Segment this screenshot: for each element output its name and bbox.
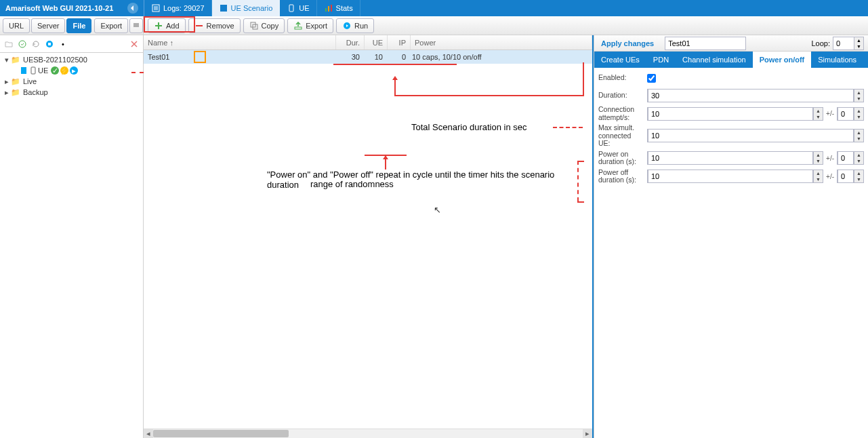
tree-root-label: UESB-2021102500 — [23, 56, 87, 64]
poff-spinner[interactable]: ▲▼ — [647, 170, 823, 183]
capps-input[interactable] — [648, 107, 813, 121]
close-file-icon[interactable] — [129, 39, 139, 49]
folder-open-icon[interactable] — [4, 39, 14, 49]
server-button[interactable]: Server — [31, 18, 65, 33]
file-button[interactable]: File — [66, 18, 91, 33]
scroll-left-icon[interactable]: ◂ — [144, 429, 153, 438]
annotation-arrow-line — [394, 77, 396, 96]
spin-down-icon[interactable]: ▼ — [854, 114, 863, 120]
save-icon[interactable] — [18, 39, 27, 49]
chevron-right-icon[interactable]: ▸ — [3, 88, 11, 97]
spin-up-icon[interactable]: ▲ — [813, 170, 823, 176]
tab-logs[interactable]: Logs: 29027 — [144, 0, 212, 16]
duration-spinner[interactable]: ▲▼ — [647, 89, 864, 102]
spin-up-icon[interactable]: ▲ — [854, 37, 863, 43]
tree-ue-row[interactable]: UE ✓ ⚡ ▸ — [0, 65, 143, 76]
pon-pm-input[interactable] — [838, 151, 854, 165]
scroll-right-icon[interactable]: ▸ — [583, 429, 592, 438]
spin-down-icon[interactable]: ▼ — [854, 158, 863, 164]
loop-spinner[interactable]: ▲▼ — [833, 37, 864, 50]
spin-down-icon[interactable]: ▼ — [854, 96, 863, 102]
remove-button[interactable]: Remove — [188, 18, 241, 33]
status-ok-icon: ✓ — [51, 66, 59, 75]
capps-pm-input[interactable] — [838, 107, 854, 121]
tab-ue-label: UE — [299, 4, 309, 12]
sidebar-menu-button[interactable] — [129, 18, 143, 33]
spin-up-icon[interactable]: ▲ — [854, 108, 863, 114]
col-name[interactable]: Name ↑ — [144, 35, 336, 49]
main-export-button[interactable]: Export — [287, 18, 333, 33]
scroll-thumb[interactable] — [153, 430, 289, 437]
main-toolbar: Add Remove Copy Export Run — [144, 16, 868, 35]
capps-label: Connection attempt/s: — [598, 106, 647, 121]
run-button[interactable]: Run — [336, 18, 374, 33]
chevron-right-icon[interactable]: ▸ — [3, 77, 11, 86]
poff-pm-spinner[interactable]: ▲▼ — [837, 170, 864, 183]
copy-button[interactable]: Copy — [243, 18, 285, 33]
spin-up-icon[interactable]: ▲ — [813, 152, 823, 158]
tab-ue[interactable]: UE — [280, 0, 316, 16]
spin-down-icon[interactable]: ▼ — [854, 176, 863, 182]
scenario-name-input[interactable] — [665, 37, 746, 50]
add-button[interactable]: Add — [148, 18, 186, 33]
pon-pm-spinner[interactable]: ▲▼ — [837, 151, 864, 165]
apply-label: Apply changes — [601, 39, 654, 47]
capps-pm-spinner[interactable]: ▲▼ — [837, 107, 864, 121]
spin-down-icon[interactable]: ▼ — [813, 176, 823, 182]
refresh-icon[interactable] — [31, 39, 41, 49]
capps-spinner[interactable]: ▲▼ — [647, 107, 823, 121]
sim-icon — [19, 66, 28, 75]
tab-stats[interactable]: Stats — [317, 0, 360, 16]
pon-spinner[interactable]: ▲▼ — [647, 151, 823, 165]
grid-horizontal-scrollbar[interactable]: ◂ ▸ — [144, 429, 592, 438]
spin-up-icon[interactable]: ▲ — [813, 108, 823, 114]
main-tabs: Logs: 29027 UE Scenario UE Stats — [144, 0, 360, 16]
spin-down-icon[interactable]: ▼ — [813, 158, 823, 164]
loop-input[interactable] — [833, 37, 854, 49]
spin-down-icon[interactable]: ▼ — [854, 43, 863, 49]
url-button[interactable]: URL — [3, 18, 30, 33]
rp-tab-power[interactable]: Power on/off — [753, 52, 812, 68]
stop-icon[interactable] — [45, 39, 54, 49]
maxue-input[interactable] — [648, 129, 854, 142]
maxue-spinner[interactable]: ▲▼ — [647, 129, 864, 142]
col-ip[interactable]: IP — [388, 35, 411, 49]
duration-input[interactable] — [648, 89, 854, 102]
pon-input[interactable] — [648, 151, 813, 165]
row-ip: 0 — [402, 53, 406, 61]
maxue-label: Max simult. connected UE: — [598, 124, 647, 148]
apply-changes-button[interactable]: Apply changes — [594, 35, 661, 52]
col-dur[interactable]: Dur. — [336, 35, 365, 49]
app-title: Amarisoft Web GUI 2021-10-21 — [5, 4, 127, 12]
spin-up-icon[interactable]: ▲ — [854, 170, 863, 176]
tree-live-row[interactable]: ▸ 📁 Live — [0, 76, 143, 87]
rp-tab-create[interactable]: Create UEs — [594, 52, 646, 68]
tab-ue-scenario[interactable]: UE Scenario — [212, 0, 281, 16]
poff-pm-input[interactable] — [838, 170, 854, 183]
spin-up-icon[interactable]: ▲ — [854, 130, 863, 136]
rp-tab-sim[interactable]: Simulations — [811, 52, 863, 68]
chevron-down-icon[interactable]: ▾ — [3, 56, 11, 64]
col-power[interactable]: Power — [411, 35, 592, 49]
rp-tab-channel[interactable]: Channel simulation — [676, 52, 753, 68]
sidebar-toolbar: URL Server File Export — [0, 16, 143, 35]
content-split: Name ↑ Dur. UE IP Power Test01 30 10 0 1… — [144, 35, 868, 438]
tree-root-row[interactable]: ▾ 📁 UESB-2021102500 — [0, 54, 143, 65]
enabled-checkbox[interactable] — [647, 74, 656, 83]
copy-icon — [249, 21, 259, 31]
spin-up-icon[interactable]: ▲ — [854, 152, 863, 158]
sidebar-export-button[interactable]: Export — [94, 18, 128, 33]
spin-up-icon[interactable]: ▲ — [854, 89, 863, 96]
copy-label: Copy — [262, 22, 279, 30]
power-form: Enabled: Duration: ▲▼ Connection attempt… — [594, 68, 868, 190]
tree-backup-row[interactable]: ▸ 📁 Backup — [0, 87, 143, 98]
collapse-sidebar-icon[interactable] — [127, 3, 138, 14]
spin-down-icon[interactable]: ▼ — [813, 114, 823, 120]
spin-down-icon[interactable]: ▼ — [854, 136, 863, 142]
rp-tab-pdn[interactable]: PDN — [646, 52, 676, 68]
grid-row[interactable]: Test01 30 10 0 10 caps, 10/10 on/off — [144, 50, 592, 64]
col-ue[interactable]: UE — [365, 35, 388, 49]
poff-input[interactable] — [648, 170, 813, 183]
loop-label: Loop: — [811, 39, 830, 47]
annotation-total-duration: Total Scenario duration in sec — [411, 122, 527, 132]
